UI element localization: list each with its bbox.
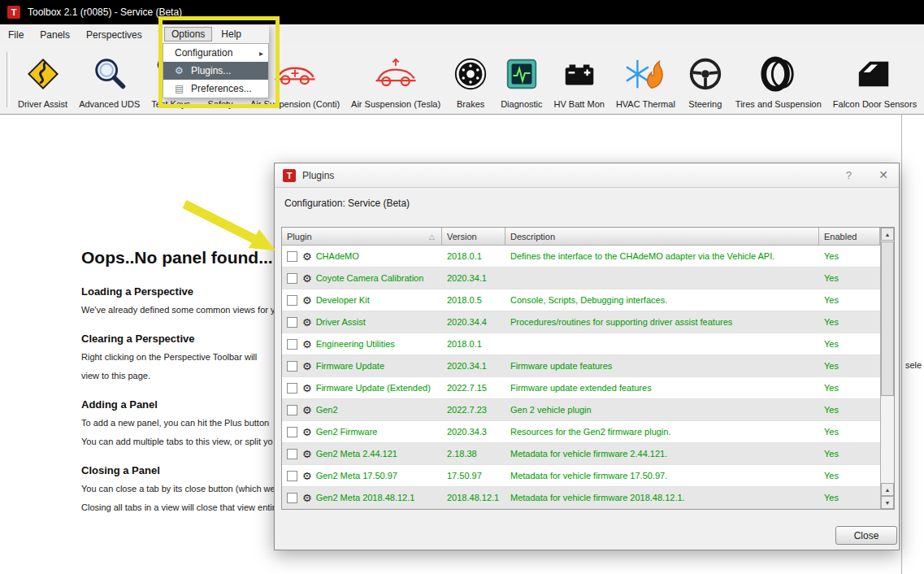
- toolbar-item-steering[interactable]: Steering: [681, 46, 730, 114]
- toolbar-item-label: Diagnostic: [501, 99, 542, 109]
- toolbar-item-hv-batt-mon[interactable]: HV Batt Mon: [549, 46, 610, 114]
- menu-perspectives[interactable]: Perspectives: [78, 29, 150, 41]
- red-car-icon: [271, 49, 319, 99]
- toolbar-item-label: Brakes: [457, 99, 484, 109]
- column-header-enabled[interactable]: Enabled: [819, 228, 880, 246]
- menu-item-configuration[interactable]: Configuration ▸: [163, 44, 268, 62]
- plugin-row[interactable]: ⚙Developer Kit2018.0.5Console, Scripts, …: [282, 289, 894, 311]
- falcon-door-icon: [854, 49, 895, 99]
- plugin-row[interactable]: ⚙Firmware Update2020.34.1Firmware update…: [282, 355, 894, 377]
- plugin-row[interactable]: ⚙Gen22022.7.23Gen 2 vehicle pluginYes: [282, 399, 894, 421]
- plugin-enabled: Yes: [819, 267, 880, 289]
- plugin-version: 2018.0.1: [442, 246, 505, 267]
- app-logo-icon: T: [7, 6, 20, 19]
- menu-item-preferences[interactable]: ▤ Preferences...: [163, 80, 268, 98]
- plugin-checkbox[interactable]: [287, 493, 297, 503]
- dialog-title-bar[interactable]: T Plugins ? ✕: [275, 163, 899, 188]
- toolbar-item-falcon-door-sensors[interactable]: Falcon Door Sensors: [827, 46, 922, 114]
- title-bar: T Toolbox 2.1 (r0085) - Service (Beta): [0, 0, 924, 24]
- plugin-checkbox[interactable]: [287, 361, 297, 372]
- plugin-row[interactable]: ⚙CHAdeMO2018.0.1Defines the interface to…: [282, 246, 894, 267]
- plugin-checkbox[interactable]: [287, 405, 297, 415]
- plugin-row[interactable]: ⚙Gen2 Meta 2018.48.12.12018.48.12.1Metad…: [282, 487, 894, 509]
- plugin-name: Gen2 Meta 17.50.97: [316, 471, 397, 481]
- snowflake-flame-icon: [625, 49, 666, 99]
- table-scrollbar[interactable]: ▲ ▲ ▼: [880, 228, 894, 509]
- dialog-close-icon[interactable]: ✕: [878, 168, 888, 181]
- menu-panels[interactable]: Panels: [32, 29, 78, 41]
- battery-icon: [561, 49, 598, 99]
- ecg-monitor-icon: [503, 49, 540, 99]
- plugin-gear-icon: ⚙: [302, 317, 312, 328]
- plugin-version: 2020.34.3: [442, 421, 505, 442]
- column-header-label: Enabled: [824, 232, 857, 241]
- options-menu-popup: Options Help Configuration ▸ ⚙ Plugins..…: [163, 25, 269, 98]
- toolbar-item-hvac-thermal[interactable]: HVAC Thermal: [610, 46, 681, 114]
- plugin-name: Gen2: [316, 405, 338, 415]
- plugin-row[interactable]: ⚙Gen2 Firmware2020.34.3Resources for the…: [282, 421, 894, 443]
- plugin-enabled: Yes: [819, 377, 880, 398]
- column-header-label: Version: [447, 232, 477, 241]
- plugin-description: [505, 267, 819, 289]
- plugin-row[interactable]: ⚙Engineering Utilities2018.0.1Yes: [282, 333, 894, 355]
- plugin-enabled: Yes: [819, 333, 880, 354]
- plugin-checkbox[interactable]: [287, 251, 297, 262]
- dialog-help-button[interactable]: ?: [846, 169, 852, 181]
- plugin-enabled: Yes: [819, 421, 880, 442]
- plugin-gear-icon: ⚙: [302, 251, 312, 262]
- toolbar-item-label: Driver Assist: [18, 99, 67, 109]
- clipped-right-panel-text: sele: [905, 360, 922, 370]
- plugin-version: 2018.0.1: [442, 333, 505, 354]
- plugin-checkbox[interactable]: [287, 471, 297, 481]
- plugin-checkbox[interactable]: [287, 449, 297, 459]
- plugin-enabled: Yes: [819, 399, 880, 420]
- plugin-row[interactable]: ⚙Firmware Update (Extended)2022.7.15Firm…: [282, 377, 894, 399]
- preferences-icon: ▤: [175, 83, 191, 94]
- menu-help[interactable]: Help: [214, 27, 249, 41]
- toolbar-item-advanced-uds[interactable]: Advanced UDS: [73, 46, 145, 114]
- toolbar-item-driver-assist[interactable]: Driver Assist: [12, 46, 73, 114]
- plugins-dialog: T Plugins ? ✕ Configuration: Service (Be…: [274, 163, 900, 550]
- plugin-version: 2020.34.1: [442, 355, 505, 376]
- toolbar-item-air-suspension-tesla[interactable]: Air Suspension (Tesla): [345, 46, 446, 114]
- sort-indicator-icon: △: [429, 233, 435, 241]
- toolbar-item-diagnostic[interactable]: Diagnostic: [495, 46, 548, 114]
- plugin-description: Defines the interface to the CHAdeMO ada…: [505, 246, 819, 267]
- toolbar-item-label: HV Batt Mon: [554, 99, 605, 109]
- plugin-checkbox[interactable]: [287, 273, 297, 284]
- plugin-description: Metadata for vehicle firmware 2.44.121.: [505, 443, 819, 464]
- plugin-row[interactable]: ⚙Coyote Camera Calibration2020.34.1Yes: [282, 267, 894, 289]
- toolbar-item-brakes[interactable]: Brakes: [446, 46, 495, 114]
- column-header-version[interactable]: Version: [442, 228, 505, 246]
- plugin-checkbox[interactable]: [287, 383, 297, 394]
- column-header-description[interactable]: Description: [505, 228, 819, 246]
- plugin-name: Coyote Camera Calibration: [316, 273, 424, 283]
- plugin-row[interactable]: ⚙Driver Assist2020.34.4Procedures/routin…: [282, 311, 894, 333]
- plugin-row[interactable]: ⚙Gen2 Meta 17.50.9717.50.97Metadata for …: [282, 465, 894, 487]
- dialog-title: Plugins: [302, 170, 334, 181]
- scrollbar-thumb[interactable]: [881, 241, 894, 396]
- menu-file[interactable]: File: [0, 29, 32, 41]
- plugins-table: Plugin△VersionDescriptionEnabled ⚙CHAdeM…: [281, 227, 895, 510]
- plugin-row[interactable]: ⚙Gen2 Meta 2.44.1212.18.38Metadata for v…: [282, 443, 894, 465]
- plugin-name: Engineering Utilities: [316, 339, 395, 349]
- options-dropdown: Configuration ▸ ⚙ Plugins... ▤ Preferenc…: [163, 43, 269, 98]
- scroll-up-bottom-icon[interactable]: ▲: [881, 483, 894, 496]
- toolbar-item-label: Air Suspension (Tesla): [351, 99, 440, 109]
- tire-icon: [758, 49, 799, 99]
- menu-options[interactable]: Options: [164, 27, 212, 41]
- close-button[interactable]: Close: [835, 526, 897, 545]
- scroll-up-icon[interactable]: ▲: [881, 228, 894, 241]
- plugin-checkbox[interactable]: [287, 427, 297, 437]
- plugin-description: Metadata for vehicle firmware 2018.48.12…: [505, 487, 819, 508]
- plugin-description: Gen 2 vehicle plugin: [505, 399, 819, 420]
- plugin-checkbox[interactable]: [287, 317, 297, 328]
- column-header-plugin[interactable]: Plugin△: [282, 228, 442, 246]
- plugin-checkbox[interactable]: [287, 339, 297, 350]
- scroll-down-icon[interactable]: ▼: [881, 496, 894, 509]
- plugin-enabled: Yes: [819, 443, 880, 464]
- plugin-gear-icon: ⚙: [302, 273, 312, 284]
- toolbar-item-tires-and-suspension[interactable]: Tires and Suspension: [730, 46, 827, 114]
- menu-item-plugins[interactable]: ⚙ Plugins...: [163, 62, 268, 80]
- plugin-checkbox[interactable]: [287, 295, 297, 306]
